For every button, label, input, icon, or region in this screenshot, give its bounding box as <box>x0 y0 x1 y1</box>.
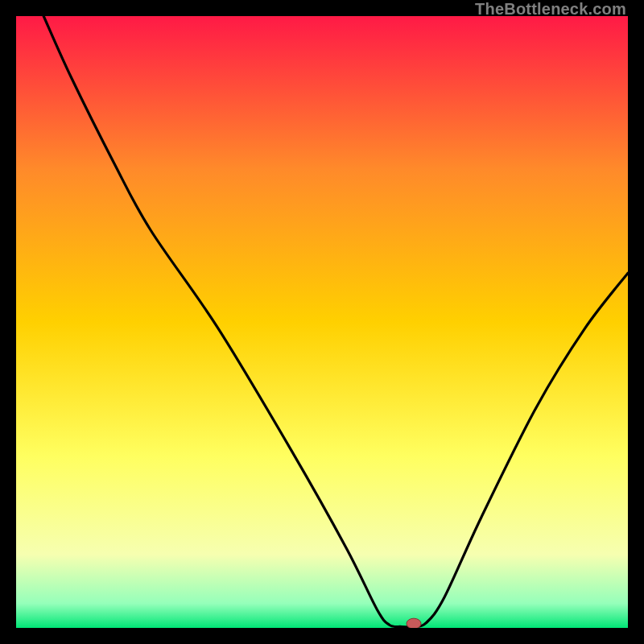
optimal-point-marker <box>407 618 421 628</box>
bottleneck-chart <box>16 16 628 628</box>
gradient-background <box>16 16 628 628</box>
chart-canvas <box>16 16 628 628</box>
